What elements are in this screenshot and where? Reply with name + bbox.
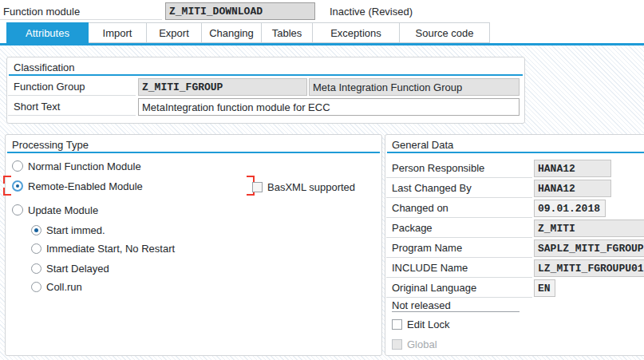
checkbox-icon[interactable]	[392, 319, 402, 330]
classification-rule	[9, 74, 523, 76]
last-changed-by-value: HANA12	[538, 183, 575, 195]
tab-strip: Attributes Import Export Changing Tables…	[7, 22, 490, 43]
global-checkbox: Global	[392, 338, 437, 350]
original-language-field[interactable]: EN	[534, 279, 555, 297]
general-data-panel: General Data Person Responsible HANA12 L…	[385, 134, 644, 356]
general-data-rule	[387, 152, 644, 153]
row-separator	[8, 115, 136, 116]
radio-label: Normal Function Module	[28, 160, 141, 172]
radio-label: Update Module	[28, 204, 98, 216]
radio-immediate-start-no-restart[interactable]: Immediate Start, No Restart	[31, 241, 175, 255]
function-module-label: Function module	[3, 6, 80, 18]
last-changed-by-label: Last Changed By	[392, 182, 472, 194]
general-data-title: General Data	[392, 139, 453, 151]
radio-coll-run[interactable]: Coll.run	[31, 279, 82, 294]
tab-tables[interactable]: Tables	[261, 22, 313, 43]
checkbox-label: Global	[407, 338, 437, 350]
person-responsible-value: HANA12	[538, 163, 575, 175]
include-name-label: INCLUDE Name	[392, 262, 468, 274]
tab-label: Changing	[209, 27, 254, 39]
radio-icon[interactable]	[12, 204, 23, 216]
package-field[interactable]: Z_MITI	[534, 220, 644, 237]
function-module-value: Z_MITI_DOWNLOAD	[169, 6, 263, 18]
tab-changing[interactable]: Changing	[201, 22, 262, 43]
last-changed-by-field[interactable]: HANA12	[534, 180, 611, 197]
radio-icon[interactable]	[12, 180, 23, 192]
radio-icon[interactable]	[31, 243, 41, 254]
changed-on-value: 09.01.2018	[538, 203, 600, 215]
checkbox-label: Edit Lock	[407, 318, 449, 330]
radio-icon[interactable]	[12, 160, 23, 172]
radio-normal-function-module[interactable]: Normal Function Module	[12, 159, 141, 173]
tab-label: Attributes	[26, 27, 69, 39]
original-language-value: EN	[538, 283, 551, 295]
focus-corner	[3, 176, 11, 184]
row-separator	[386, 277, 532, 278]
classification-panel: Classification Function Group Z_MITI_FGR…	[6, 57, 525, 124]
radio-icon[interactable]	[31, 282, 41, 292]
row-separator	[386, 297, 532, 298]
program-name-field[interactable]: SAPLZ_MITI_FGROUP	[534, 239, 644, 257]
tab-label: Source code	[416, 27, 474, 39]
tab-exceptions[interactable]: Exceptions	[312, 22, 400, 43]
include-name-field[interactable]: LZ_MITI_FGROUPU01	[534, 259, 644, 277]
radio-label: Start immed.	[46, 224, 105, 236]
not-released-text: Not released	[392, 299, 451, 311]
not-released-underline	[392, 311, 520, 312]
top-separator	[0, 19, 162, 20]
processing-type-title: Processing Type	[12, 139, 89, 151]
row-separator	[386, 197, 532, 198]
package-value: Z_MITI	[538, 223, 575, 235]
tab-label: Exceptions	[330, 27, 381, 39]
row-separator	[386, 237, 532, 238]
basxml-supported-checkbox[interactable]: BasXML supported	[252, 180, 355, 194]
function-group-value: Z_MITI_FGROUP	[142, 81, 223, 93]
tab-source-code[interactable]: Source code	[399, 22, 490, 43]
checkbox-icon[interactable]	[252, 182, 263, 192]
row-separator	[386, 177, 532, 178]
radio-label: Coll.run	[46, 281, 82, 293]
function-group-description: Meta Integration Function Group	[313, 81, 462, 93]
checkbox-icon	[392, 339, 402, 350]
package-label: Package	[392, 222, 433, 234]
changed-on-field[interactable]: 09.01.2018	[534, 200, 606, 217]
changed-on-label: Changed on	[392, 202, 448, 214]
radio-update-module[interactable]: Update Module	[12, 203, 98, 217]
function-module-field[interactable]: Z_MITI_DOWNLOAD	[165, 2, 315, 20]
edit-lock-checkbox[interactable]: Edit Lock	[392, 318, 449, 330]
radio-icon[interactable]	[31, 225, 41, 235]
function-group-description-field[interactable]: Meta Integration Function Group	[309, 78, 520, 96]
row-separator	[386, 257, 532, 258]
include-name-value: LZ_MITI_FGROUPU01	[538, 263, 644, 275]
tab-label: Tables	[272, 27, 302, 39]
function-builder-screen: Function module Z_MITI_DOWNLOAD Inactive…	[0, 0, 644, 360]
short-text-field[interactable]: MetaIntegration function module for ECC	[138, 98, 520, 116]
status-text: Inactive (Revised)	[330, 6, 413, 18]
person-responsible-field[interactable]: HANA12	[534, 160, 611, 177]
short-text-label: Short Text	[14, 101, 60, 113]
active-tab-pointer	[38, 39, 50, 44]
radio-icon[interactable]	[31, 263, 41, 274]
processing-type-panel: Processing Type Normal Function Module R…	[5, 134, 382, 356]
radio-start-immed[interactable]: Start immed.	[31, 223, 105, 237]
processing-type-rule	[7, 152, 380, 153]
function-group-field[interactable]: Z_MITI_FGROUP	[138, 78, 307, 96]
tab-label: Import	[103, 27, 132, 39]
checkbox-label: BasXML supported	[267, 181, 355, 193]
program-name-value: SAPLZ_MITI_FGROUP	[538, 243, 644, 255]
short-text-value: MetaIntegration function module for ECC	[142, 101, 330, 113]
radio-start-delayed[interactable]: Start Delayed	[31, 261, 109, 275]
radio-remote-enabled-module[interactable]: Remote-Enabled Module	[12, 179, 143, 193]
person-responsible-label: Person Responsible	[392, 162, 484, 174]
function-group-label: Function Group	[14, 81, 85, 93]
tab-underline	[0, 43, 644, 45]
radio-label: Immediate Start, No Restart	[46, 243, 175, 255]
tab-import[interactable]: Import	[88, 22, 147, 43]
row-separator	[8, 95, 136, 96]
tab-export[interactable]: Export	[146, 22, 202, 43]
focus-corner	[3, 188, 11, 196]
row-separator	[386, 217, 532, 218]
program-name-label: Program Name	[392, 242, 462, 254]
radio-label: Start Delayed	[46, 263, 109, 275]
classification-title: Classification	[14, 61, 75, 73]
